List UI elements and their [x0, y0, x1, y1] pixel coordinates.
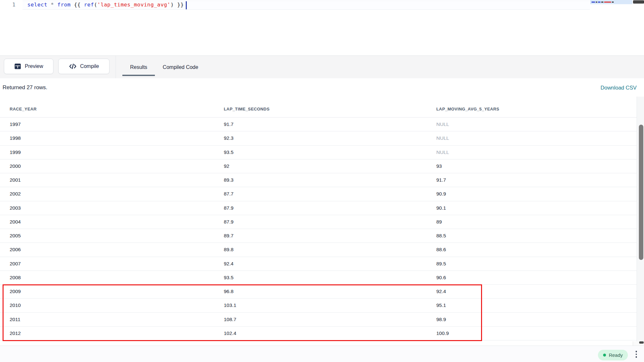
editor-scrollbar-thumb[interactable] [633, 0, 644, 4]
download-csv-link[interactable]: Download CSV [601, 84, 637, 90]
tab-results[interactable]: Results [122, 56, 155, 79]
cell-race-year: 1997 [10, 121, 21, 127]
cell-race-year: 2001 [10, 177, 21, 183]
table-row: 199791.7NULL [0, 118, 637, 131]
cell-lap-moving-avg-5-years: 91.7 [436, 177, 446, 183]
table-row: 200287.790.9 [0, 187, 637, 201]
cell-lap-time-seconds: 108.7 [224, 317, 236, 322]
cell-lap-time-seconds: 89.7 [224, 233, 233, 239]
ready-status-label: Ready [609, 352, 623, 358]
cell-race-year: 2012 [10, 330, 21, 336]
preview-button-label: Preview [25, 63, 43, 69]
code-token-plain [47, 2, 51, 8]
table-row: 20009293 [0, 159, 637, 173]
code-token-plain: {{ [71, 2, 84, 8]
code-token-plain: ( [94, 2, 97, 8]
cell-race-year: 2007 [10, 261, 21, 267]
table-row: 200689.888.6 [0, 243, 637, 257]
cell-lap-time-seconds: 89.3 [224, 177, 233, 183]
code-token-keyword: select [27, 2, 47, 8]
status-bar: Ready [0, 346, 644, 362]
sql-editor[interactable]: 1 select * from {{ ref('lap_times_moving… [0, 0, 644, 55]
cell-race-year: 1998 [10, 135, 21, 141]
compile-button[interactable]: Compile [58, 59, 109, 74]
row-count-summary: Returned 27 rows. [3, 84, 47, 91]
cell-lap-time-seconds: 92.3 [224, 135, 233, 141]
code-token-string: 'lap_times_moving_avg' [97, 2, 170, 8]
scrollbar-corner [633, 341, 644, 346]
kebab-menu-button[interactable] [634, 349, 639, 359]
tab-compiled-code[interactable]: Compiled Code [155, 56, 206, 79]
results-table: RACE_YEARLAP_TIME_SECONDSLAP_MOVING_AVG_… [0, 97, 637, 340]
cell-lap-time-seconds: 87.9 [224, 205, 233, 211]
table-row: 200487.989 [0, 215, 637, 229]
cell-race-year: 2000 [10, 163, 21, 169]
cell-race-year: 2010 [10, 302, 21, 308]
cell-lap-moving-avg-5-years: 100.9 [436, 330, 449, 336]
cell-lap-moving-avg-5-years: 90.6 [436, 275, 446, 281]
table-row: 200589.788.5 [0, 229, 637, 243]
table-row: 200996.892.4 [0, 285, 637, 299]
cell-lap-moving-avg-5-years: 88.5 [436, 233, 446, 239]
table-row: 2010103.195.1 [0, 299, 637, 312]
ide-root: 1 select * from {{ ref('lap_times_moving… [0, 0, 644, 362]
cell-race-year: 2004 [10, 219, 21, 225]
table-row: 200189.391.7 [0, 173, 637, 187]
cell-lap-moving-avg-5-years: 90.1 [436, 205, 446, 211]
table-row: 200387.990.1 [0, 201, 637, 215]
cell-race-year: 2008 [10, 275, 21, 281]
cell-lap-moving-avg-5-years: 89.5 [436, 261, 446, 267]
cell-lap-time-seconds: 102.4 [224, 330, 236, 336]
editor-line-number: 1 [12, 2, 15, 8]
ready-status-dot-icon [603, 354, 606, 357]
cell-lap-time-seconds: 87.7 [224, 191, 233, 197]
cell-lap-moving-avg-5-years: 89 [436, 219, 442, 225]
code-icon [69, 63, 77, 70]
table-row: 2012102.4100.9 [0, 327, 637, 340]
cell-race-year: 2011 [10, 317, 20, 322]
cell-lap-moving-avg-5-years: NULL [436, 121, 449, 127]
code-token-plain: }} [174, 2, 184, 8]
code-token-operator: * [51, 2, 54, 8]
table-row: 199892.3NULL [0, 131, 637, 145]
table-row: 200893.590.6 [0, 271, 637, 285]
cell-race-year: 2009 [10, 289, 21, 294]
cell-lap-time-seconds: 87.9 [224, 219, 233, 225]
table-scrollbar-thumb[interactable] [639, 125, 643, 260]
cell-race-year: 1999 [10, 149, 21, 155]
results-toolbar: Preview Compile ResultsCompiled Code [0, 55, 644, 78]
cell-lap-moving-avg-5-years: 95.1 [436, 302, 446, 308]
text-cursor [186, 1, 187, 9]
cell-race-year: 2006 [10, 247, 21, 252]
cell-lap-time-seconds: 89.8 [224, 247, 233, 252]
minimap-code-marks [592, 2, 614, 3]
table-body: 199791.7NULL199892.3NULL199993.5NULL2000… [0, 118, 637, 340]
cell-lap-time-seconds: 96.8 [224, 289, 233, 294]
toolbar-divider [116, 56, 116, 79]
cell-lap-moving-avg-5-years: 88.6 [436, 247, 446, 252]
cell-race-year: 2005 [10, 233, 21, 239]
sql-code-line[interactable]: select * from {{ ref('lap_times_moving_a… [27, 2, 184, 8]
code-token-plain [54, 2, 57, 8]
cell-lap-moving-avg-5-years: NULL [436, 135, 449, 141]
column-header-lap-time-seconds: LAP_TIME_SECONDS [224, 107, 270, 111]
cell-lap-time-seconds: 103.1 [224, 302, 236, 308]
code-token-keyword: from [57, 2, 71, 8]
table-row: 2011108.798.9 [0, 313, 637, 327]
column-header-lap-moving-avg-5-years: LAP_MOVING_AVG_5_YEARS [436, 107, 499, 111]
horizontal-scrollbar-thumb[interactable] [639, 341, 644, 344]
results-meta-bar: Returned 27 rows. Download CSV [0, 78, 644, 97]
preview-button[interactable]: Preview [4, 59, 53, 74]
cell-lap-moving-avg-5-years: 98.9 [436, 317, 446, 322]
table-header-row: RACE_YEARLAP_TIME_SECONDSLAP_MOVING_AVG_… [0, 97, 637, 118]
cell-lap-time-seconds: 93.5 [224, 275, 233, 281]
cell-lap-moving-avg-5-years: 90.9 [436, 191, 446, 197]
cell-lap-time-seconds: 92.4 [224, 261, 233, 267]
editor-minimap[interactable] [590, 0, 632, 4]
column-header-race-year: RACE_YEAR [10, 107, 37, 111]
code-token-plain: ) [170, 2, 174, 8]
cell-race-year: 2002 [10, 191, 21, 197]
cell-race-year: 2003 [10, 205, 21, 211]
code-token-keyword: ref [84, 2, 94, 8]
cell-lap-time-seconds: 93.5 [224, 149, 233, 155]
